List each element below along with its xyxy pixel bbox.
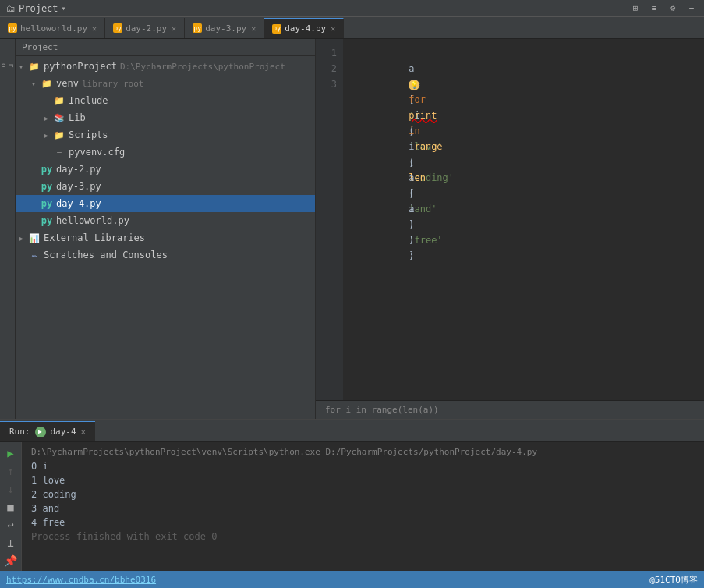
list-icon[interactable]: ≡ xyxy=(648,2,660,15)
tree-label-venv: venv xyxy=(56,78,79,89)
run-panel-tabs: Run: ▶ day-4 ✕ xyxy=(0,420,704,442)
arrow-extlibs: ▶ xyxy=(19,234,28,243)
status-right: @51CTO博客 xyxy=(649,574,698,586)
project-tree: ▾ 📁 pythonProject D:\PycharmProjects\pyt… xyxy=(16,56,315,419)
run-scroll-down-button[interactable]: ↓ xyxy=(2,481,19,496)
run-play-icon: ▶ xyxy=(38,428,42,435)
tree-item-venv[interactable]: ▾ 📁 venv library root xyxy=(16,75,315,92)
vtoolbar-project-btn[interactable]: Proj xyxy=(1,42,15,89)
code-bracket-idx-close: ] xyxy=(409,219,414,230)
run-scroll-end-button[interactable]: ⊥ xyxy=(2,535,19,550)
tree-label-pythonProject: pythonProject xyxy=(44,61,117,72)
tree-item-day2py[interactable]: py day-2.py xyxy=(16,161,315,178)
arrow-venv: ▾ xyxy=(31,80,41,88)
tree-item-day4py[interactable]: py day-4.py xyxy=(16,195,315,212)
run-tab-close-icon[interactable]: ✕ xyxy=(81,427,86,436)
tab-close-helloworld[interactable]: ✕ xyxy=(92,24,97,33)
folder-open-icon-pythonProject: 📁 xyxy=(28,60,41,73)
code-colon: : xyxy=(409,250,414,261)
tree-item-pyvenv[interactable]: ≡ pyvenv.cfg xyxy=(16,143,315,161)
folder-open-icon-venv: 📁 xyxy=(41,77,53,90)
code-var-a3: a xyxy=(409,172,414,183)
run-pin-button[interactable]: 📌 xyxy=(2,553,19,568)
tab-label-day3: day-3.py xyxy=(205,23,246,34)
tab-label-day4: day-4.py xyxy=(285,23,326,34)
tab-day3[interactable]: py day-3.py ✕ xyxy=(185,18,264,38)
tree-label-extlibs: External Libraries xyxy=(44,232,145,243)
code-var-i3: i xyxy=(409,141,414,152)
tab-label-helloworld: helloworld.py xyxy=(20,23,87,34)
line-num-3: 3 xyxy=(316,76,337,92)
folder-icon-scripts: 📁 xyxy=(53,129,65,141)
tree-label-scratches: Scratches and Consoles xyxy=(44,250,168,260)
run-output-line-4: 4 free xyxy=(31,515,695,530)
arrange-icon[interactable]: ⊞ xyxy=(629,2,642,15)
tree-label-lib: Lib xyxy=(69,112,86,123)
tabs-bar: py helloworld.py ✕ py day-2.py ✕ py day-… xyxy=(0,17,704,39)
scratch-icon: ✏ xyxy=(28,249,41,261)
title-project-label: Project xyxy=(19,3,58,14)
run-finish-line: Process finished with exit code 0 xyxy=(31,530,695,544)
tree-label-scripts: Scripts xyxy=(69,129,108,140)
code-bracket-idx-open: [ xyxy=(409,188,414,199)
run-cmd-line: D:\PycharmProjects\pythonProject\venv\Sc… xyxy=(31,445,695,459)
tree-item-pythonProject[interactable]: ▾ 📁 pythonProject D:\PycharmProjects\pyt… xyxy=(16,58,315,75)
title-dropdown-icon[interactable]: ▾ xyxy=(62,4,66,12)
settings-icon[interactable]: ⚙ xyxy=(667,2,679,15)
run-scroll-up-button[interactable]: ↑ xyxy=(2,463,19,478)
run-output-line-2: 2 coding xyxy=(31,487,695,501)
for-bulb-icon: 💡 xyxy=(409,80,419,90)
line-num-2: 2 xyxy=(316,61,337,76)
tree-item-scripts[interactable]: ▶ 📁 Scripts xyxy=(16,126,315,143)
sidebar-header: Project xyxy=(16,39,315,56)
editor-content[interactable]: 1 2 3 a = [ 'i' , 'love' , 'coding' , 'a… xyxy=(316,39,704,400)
tree-label-day3py: day-3.py xyxy=(56,181,101,192)
title-bar-actions: ⊞ ≡ ⚙ − xyxy=(629,2,698,15)
py-icon-day2py: py xyxy=(41,163,53,175)
status-brand: @51CTO博客 xyxy=(649,574,698,586)
run-tab-day4[interactable]: Run: ▶ day-4 ✕ xyxy=(0,421,95,441)
tree-label-include: Include xyxy=(69,95,108,106)
py-icon-day3py: py xyxy=(41,180,53,193)
project-sidebar: Project ▾ 📁 pythonProject D:\PycharmProj… xyxy=(16,39,316,419)
tree-item-lib[interactable]: ▶ 📚 Lib xyxy=(16,109,315,126)
py-icon-helloworldpy: py xyxy=(41,214,53,227)
tab-file-icon-helloworld: py xyxy=(8,23,17,33)
editor-status-bar: for i in range(len(a)) xyxy=(316,400,704,419)
tree-item-scratches[interactable]: ✏ Scratches and Consoles xyxy=(16,246,315,264)
tab-close-day2[interactable]: ✕ xyxy=(172,24,176,33)
code-bracket-print-close: ) xyxy=(409,235,414,246)
code-editor[interactable]: a = [ 'i' , 'love' , 'coding' , 'and' , … xyxy=(343,39,704,400)
run-output: D:\PycharmProjects\pythonProject\venv\Sc… xyxy=(22,442,704,571)
arrow-pythonProject: ▾ xyxy=(19,62,28,71)
tree-item-helloworldpy[interactable]: py helloworld.py xyxy=(16,212,315,229)
status-link[interactable]: https://www.cndba.cn/bbhe0316 xyxy=(6,575,156,585)
tab-close-day4[interactable]: ✕ xyxy=(331,24,335,33)
tree-item-include[interactable]: 📁 Include xyxy=(16,92,315,109)
run-panel-body: ▶ ↑ ↓ ■ ↩ ⊥ 📌 D:\PycharmProjects\pythonP… xyxy=(0,442,704,571)
arrow-lib: ▶ xyxy=(44,114,53,122)
tree-item-extlibs[interactable]: ▶ 📊 External Libraries xyxy=(16,229,315,246)
code-indent-3 xyxy=(409,94,431,105)
run-wrap-button[interactable]: ↩ xyxy=(2,517,19,532)
code-line-1: a = [ 'i' , 'love' , 'coding' , 'and' , … xyxy=(352,45,695,61)
status-left: https://www.cndba.cn/bbhe0316 xyxy=(6,575,156,585)
tree-label-helloworldpy: helloworld.py xyxy=(56,215,129,226)
editor-status-text: for i in range(len(a)) xyxy=(325,405,439,415)
tab-helloworld[interactable]: py helloworld.py ✕ xyxy=(0,18,105,38)
code-comma-5: , xyxy=(409,157,419,168)
tree-item-day3py[interactable]: py day-3.py xyxy=(16,178,315,195)
tree-label-pyvenv: pyvenv.cfg xyxy=(69,147,125,158)
run-tab-label: day-4 xyxy=(51,427,76,437)
run-stop-button[interactable]: ■ xyxy=(2,499,19,514)
minimize-icon[interactable]: − xyxy=(685,2,698,15)
tab-day2[interactable]: py day-2.py ✕ xyxy=(105,18,185,38)
tree-path-pythonProject: D:\PycharmProjects\pythonProject xyxy=(120,62,285,72)
run-panel: Run: ▶ day-4 ✕ ▶ ↑ ↓ ■ ↩ ⊥ 📌 D:\PycharmP… xyxy=(0,419,704,571)
tab-file-icon-day4: py xyxy=(272,24,281,34)
run-play-button[interactable]: ▶ xyxy=(2,445,19,460)
sidebar-title: Project xyxy=(22,42,58,52)
tab-close-day3[interactable]: ✕ xyxy=(251,24,256,33)
code-var-i4: i xyxy=(409,204,414,214)
tab-day4[interactable]: py day-4.py ✕ xyxy=(264,18,344,38)
